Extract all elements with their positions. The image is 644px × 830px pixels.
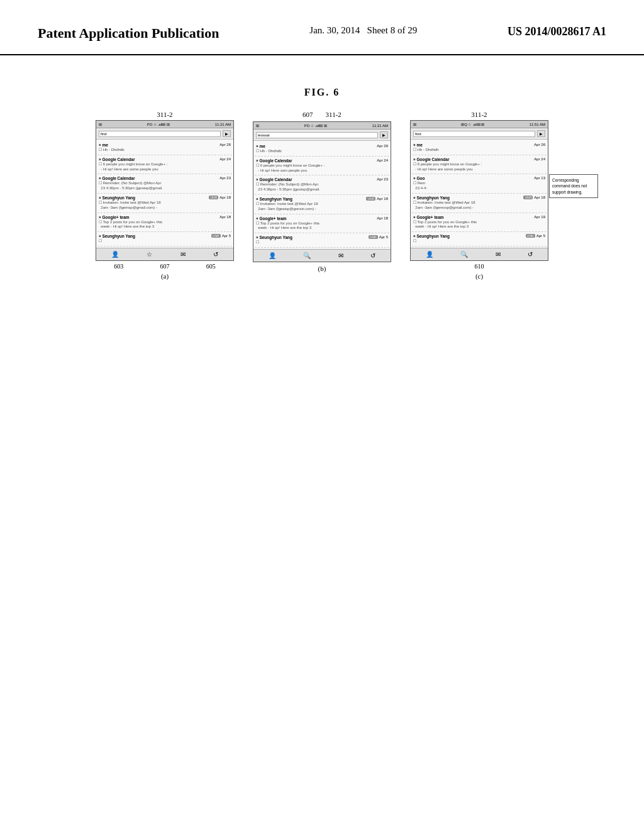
- email-item[interactable]: » me Apr 26 ☐ Hh - Dhdhdh: [412, 141, 547, 155]
- email-item[interactable]: » Google Calendar Apr 23 ☐ Reminder: (No…: [97, 174, 232, 194]
- email-item[interactable]: » me Apr 26 ☐ Hh - Dhdhdb: [255, 142, 389, 157]
- patent-title: Patent Application Publication: [38, 25, 219, 42]
- status-time-a: 11:21 AM: [215, 123, 231, 126]
- nav-icon-star[interactable]: ☆: [147, 251, 152, 258]
- bottom-labels-a: 603 607 605: [96, 263, 234, 270]
- phone-c: ⊞ ⊞Q ☆ .all⊞ ⊞ 11:51 AM find ▶ » me Apr …: [410, 120, 548, 261]
- search-input-c[interactable]: find: [413, 131, 535, 137]
- email-item[interactable]: » Seunghyun Yang UNRApr 18 ☐ Invitation:…: [97, 194, 232, 213]
- patent-date: Jan. 30, 2014: [309, 25, 360, 35]
- status-left-a: ⊞: [99, 122, 102, 126]
- email-item[interactable]: » Google+ team Apr 19 ☐ Top 2 posts for …: [412, 213, 547, 233]
- bottom-labels-c: 610: [410, 263, 548, 270]
- email-item[interactable]: » Google Calendar Apr 24 ☐ 6 people you …: [97, 155, 232, 175]
- status-time-c: 11:51 AM: [530, 123, 545, 126]
- phone-col-b: 607 311-2 ⊞ PO ☆ .all⊞ ⊞ 11:21 AM leossa…: [253, 111, 391, 272]
- status-bar-a: ⊞ PO ☆ .all⊞ ⊞ 11:21 AM: [96, 121, 233, 128]
- ref-607-bottom: 607: [160, 263, 169, 270]
- phones-row: 311-2 ⊞ PO ☆ .all⊞ ⊞ 11:21 AM find ▶: [38, 111, 606, 280]
- patent-number: US 2014/0028617 A1: [508, 25, 606, 38]
- email-item[interactable]: » Seunghyun Yang UNRApr 5 ☐: [412, 232, 547, 246]
- nav-icon-mail-b[interactable]: ✉: [338, 252, 343, 259]
- email-item-partial[interactable]: » Goo Apr 13 ☐ Rem 23 4-4: Corresponding…: [412, 174, 547, 194]
- nav-icon-refresh-c[interactable]: ↺: [528, 251, 533, 258]
- figure-label: FIG. 6: [38, 87, 606, 98]
- nav-icon-mail-c[interactable]: ✉: [496, 251, 501, 258]
- search-input-b[interactable]: leossai: [256, 132, 378, 138]
- search-btn-c[interactable]: ▶: [537, 130, 545, 137]
- email-item[interactable]: » Google Calendar Apr 24 ☐ 6 people you …: [412, 155, 547, 175]
- email-list-c: » me Apr 26 ☐ Hh - Dhdhdh » Google Calen…: [411, 140, 548, 248]
- fig-letter-a: (a): [161, 272, 169, 280]
- ref-311-2-b: 311-2: [326, 111, 341, 118]
- ref-311-2-c: 311-2: [471, 111, 487, 118]
- bottom-nav-b: 👤 🔍 ✉ ↺: [253, 249, 391, 262]
- search-btn-a[interactable]: ▶: [223, 130, 231, 137]
- fig-letter-b: (b): [318, 265, 326, 272]
- email-item[interactable]: » Google+ team Apr 18 ☐ Top 2 posts for …: [97, 213, 232, 233]
- ref-610: 610: [475, 263, 484, 270]
- status-icons-c: ⊞Q ☆ .all⊞ ⊞: [461, 122, 484, 126]
- patent-header: Patent Application Publication Jan. 30, …: [0, 0, 644, 55]
- phone-col-c: 311-2 ⊞ ⊞Q ☆ .all⊞ ⊞ 11:51 AM find ▶: [410, 111, 548, 280]
- nav-icon-refresh[interactable]: ↺: [213, 251, 218, 258]
- callout-box: Corresponding command does not support d…: [549, 174, 598, 197]
- patent-meta: Jan. 30, 2014 Sheet 8 of 29: [309, 25, 417, 36]
- patent-sheet: Sheet 8 of 29: [367, 25, 418, 35]
- ref-603: 603: [114, 263, 123, 270]
- email-item[interactable]: » Google Calendar Apr 23 ☐ Reminder: (No…: [255, 175, 389, 195]
- search-bar-c: find ▶: [411, 128, 548, 140]
- email-list-b: » me Apr 26 ☐ Hh - Dhdhdb » Google Calen…: [253, 141, 391, 249]
- nav-icon-person-c[interactable]: 👤: [426, 251, 433, 258]
- email-item[interactable]: » Seunghyun Yang UNRApr 5 ☐: [255, 233, 389, 248]
- nav-icon-person-b[interactable]: 👤: [269, 252, 276, 259]
- status-icons-a: PO ☆ .all⊞ ⊞: [147, 122, 170, 126]
- status-time-b: 11:21 AM: [372, 124, 388, 128]
- status-left-b: ⊞: [256, 123, 259, 128]
- ref-607-top: 607: [303, 111, 313, 118]
- status-bar-c: ⊞ ⊞Q ☆ .all⊞ ⊞ 11:51 AM: [411, 121, 548, 128]
- email-item[interactable]: » Seunghyun Yang UNRApr 18 ☐ Invitation:…: [412, 194, 547, 213]
- bottom-nav-a: 👤 ☆ ✉ ↺: [96, 248, 233, 260]
- email-item[interactable]: » Seunghyun Yang UNRApr 18 ☐ Invitation:…: [255, 195, 389, 214]
- status-icons-b: PO ☆ .all⊞ ⊞: [304, 123, 327, 128]
- bottom-nav-c: 👤 🔍 ✉ ↺: [411, 248, 548, 260]
- search-bar-a: find ▶: [96, 128, 233, 140]
- email-item[interactable]: » me Apr 26 ☐ Hh - Dhdhdb: [97, 141, 232, 155]
- nav-icon-search-c[interactable]: 🔍: [460, 251, 468, 258]
- email-item[interactable]: » Seunghyun Yang UNRApr 5 ☐: [97, 232, 232, 246]
- search-input-a[interactable]: find: [99, 131, 221, 137]
- phone-a: ⊞ PO ☆ .all⊞ ⊞ 11:21 AM find ▶ » me Apr …: [96, 120, 234, 261]
- email-item[interactable]: » Google+ team Apr 18 ☐ Top 2 posts for …: [255, 214, 389, 234]
- fig-letter-c: (c): [475, 272, 483, 280]
- email-item[interactable]: » Google Calendar Apr 24 ☐ 6 people you …: [255, 157, 389, 176]
- nav-icon-person[interactable]: 👤: [111, 251, 119, 258]
- nav-icon-search-b[interactable]: 🔍: [303, 252, 311, 259]
- search-btn-b[interactable]: ▶: [380, 131, 388, 138]
- nav-icon-refresh-b[interactable]: ↺: [370, 252, 375, 259]
- search-bar-b: leossai ▶: [253, 130, 391, 141]
- phone-col-a: 311-2 ⊞ PO ☆ .all⊞ ⊞ 11:21 AM find ▶: [96, 111, 234, 280]
- ref-605: 605: [206, 263, 216, 270]
- ref-311-2-a: 311-2: [157, 111, 172, 118]
- status-bar-b: ⊞ PO ☆ .all⊞ ⊞ 11:21 AM: [253, 122, 391, 130]
- main-content: FIG. 6 311-2 ⊞ PO ☆ .all⊞ ⊞ 11:21 AM fin…: [0, 55, 644, 292]
- nav-icon-mail[interactable]: ✉: [180, 251, 186, 258]
- phone-b: ⊞ PO ☆ .all⊞ ⊞ 11:21 AM leossai ▶ » me A…: [253, 121, 391, 262]
- status-left-c: ⊞: [413, 122, 416, 126]
- email-list-a: » me Apr 26 ☐ Hh - Dhdhdb » Google Calen…: [96, 140, 233, 248]
